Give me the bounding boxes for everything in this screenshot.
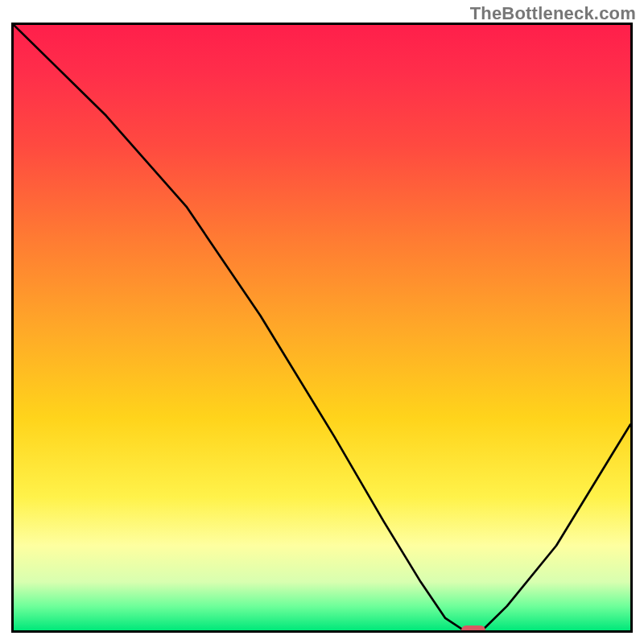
watermark-text: TheBottleneck.com (470, 3, 636, 24)
chart-container: TheBottleneck.com (0, 0, 644, 644)
bottleneck-curve (14, 25, 630, 630)
plot-frame (11, 23, 633, 633)
optimal-marker (461, 625, 485, 633)
